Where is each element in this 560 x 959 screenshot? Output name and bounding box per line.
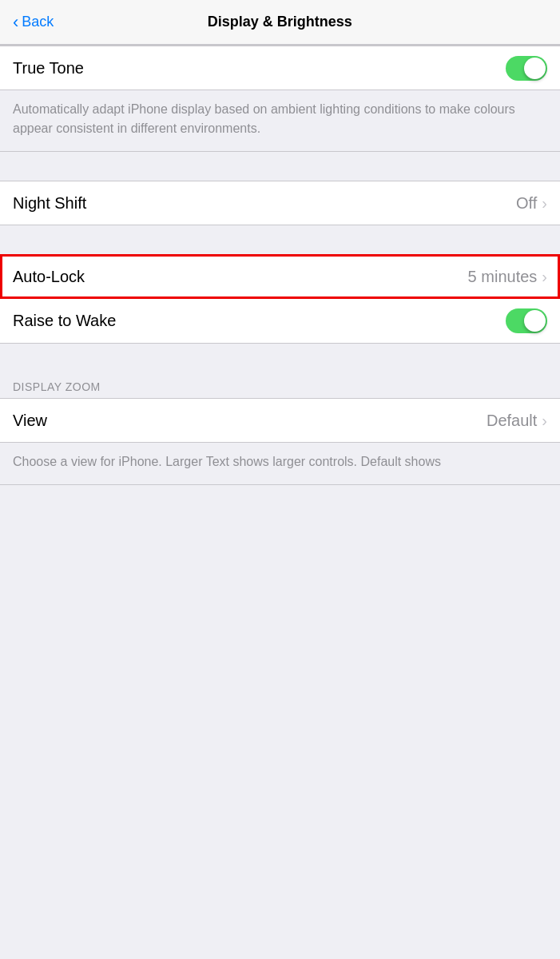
raise-to-wake-toggle-thumb: [524, 310, 546, 332]
view-value: Default ›: [487, 412, 547, 430]
display-zoom-header: Display Zoom: [0, 372, 560, 398]
auto-lock-value: 5 minutes ›: [468, 268, 547, 286]
night-shift-row[interactable]: Night Shift Off ›: [0, 181, 560, 225]
section-spacer-1: [0, 152, 560, 181]
back-label: Back: [22, 14, 54, 30]
raise-to-wake-toggle[interactable]: [506, 308, 547, 333]
raise-to-wake-row[interactable]: Raise to Wake: [0, 299, 560, 344]
page-title: Display & Brightness: [60, 14, 499, 30]
view-chevron-icon: ›: [542, 412, 547, 430]
view-row[interactable]: View Default ›: [0, 398, 560, 443]
section-spacer-3: [0, 344, 560, 372]
auto-lock-chevron-icon: ›: [542, 268, 547, 286]
auto-lock-label: Auto-Lock: [13, 268, 85, 286]
back-button[interactable]: ‹ Back: [13, 12, 54, 33]
true-tone-description-text: Automatically adapt iPhone display based…: [13, 102, 515, 135]
view-description: Choose a view for iPhone. Larger Text sh…: [0, 443, 560, 485]
toggle-thumb: [524, 58, 546, 79]
true-tone-row[interactable]: True Tone: [0, 46, 560, 90]
auto-lock-row[interactable]: Auto-Lock 5 minutes ›: [0, 254, 560, 299]
night-shift-chevron-icon: ›: [542, 194, 547, 213]
back-chevron-icon: ‹: [13, 12, 18, 33]
raise-to-wake-label: Raise to Wake: [13, 312, 116, 330]
true-tone-description: Automatically adapt iPhone display based…: [0, 90, 560, 152]
night-shift-label: Night Shift: [13, 194, 86, 213]
view-description-text: Choose a view for iPhone. Larger Text sh…: [13, 455, 441, 468]
view-label: View: [13, 412, 47, 430]
navigation-header: ‹ Back Display & Brightness: [0, 0, 560, 45]
true-tone-toggle[interactable]: [506, 56, 547, 81]
night-shift-value: Off ›: [516, 194, 547, 213]
section-spacer-2: [0, 225, 560, 254]
true-tone-label: True Tone: [13, 59, 84, 78]
